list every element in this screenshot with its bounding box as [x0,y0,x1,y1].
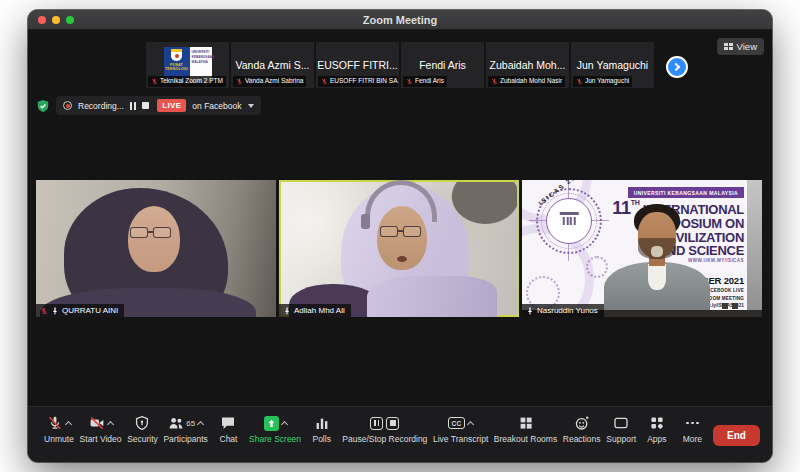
muted-mic-icon [491,78,498,85]
university-banner: UNIVERSITI KEBANGSAAN MALAYSIA [628,187,744,198]
poster-ring-decor [586,256,608,278]
headset-earcup-icon [361,214,370,229]
thumb-zubaidah-mohd-nasir[interactable]: Zubaidah Moh... Zubaidah Mohd Nasir [486,42,569,88]
qr-code-icon [722,303,728,309]
participant-name-label: Nasruddin Yunos [522,304,604,317]
polls-button[interactable]: Polls [307,415,337,444]
camera-off-icon [89,415,105,431]
glasses-left-lens [380,226,398,237]
hijab-drape-shape [367,276,497,317]
apps-grid-icon [649,415,665,431]
video-tile-qurratu-aini[interactable]: QURRATU AINI [36,180,276,317]
chat-bubble-icon [220,415,236,431]
reactions-button[interactable]: Reactions [563,415,601,444]
qr-code-icon [732,303,738,309]
thumb-name-label: EUSOFF FITRI BIN SA... [318,76,398,87]
building-icon [563,217,576,225]
muted-mic-icon [40,307,48,315]
video-feed [36,180,276,317]
recording-indicator-icon [63,101,72,110]
thumb-name-label: Teknikal Zoom 2 PTM [148,76,226,87]
stop-recording-icon[interactable] [386,417,399,430]
more-button[interactable]: More [677,415,707,444]
apps-button[interactable]: Apps [642,415,672,444]
traffic-lights [38,16,74,24]
view-button-label: View [737,41,757,52]
transcript-caret-icon[interactable] [467,420,474,427]
glasses-right-lens [403,226,421,237]
fullscreen-window-button[interactable] [66,16,74,24]
presenter-shirt-shape [648,264,666,290]
video-tile-nasruddin-yunos[interactable]: ISICAS 2021 UNIVERSITI KEBANGSAAN MALAYS… [522,180,762,317]
thumb-name-label: Jun Yamaguchi [573,76,632,87]
recording-bar: Recording... LIVE on Facebook [36,96,261,115]
share-options-caret-icon[interactable] [281,420,288,427]
symposium-title: 11TH INTERNATIONAL SYMPOSIUM ON M, CIVIL… [612,199,744,264]
pin-icon [526,307,534,315]
mic-off-icon [47,415,63,431]
start-video-button[interactable]: Start Video [80,415,122,444]
mouth-shape [397,256,407,262]
participant-filmstrip: PUSATTEKNOLOGI UNIVERSITI KEBANGSAAN MAL… [146,42,688,88]
support-screen-icon [613,415,629,431]
gallery-view-icon [724,43,733,50]
meeting-toolbar: Unmute Start Video Security 65 Participa… [28,406,772,462]
video-options-caret-icon[interactable] [107,420,114,427]
thumb-vanda-azmi[interactable]: Vanda Azmi S... Vanda Azmi Sabrina [231,42,314,88]
isicas-logo: ISICAS 2021 [536,188,602,254]
participant-name-label: Adliah Mhd Ali [279,304,351,317]
live-target-label: on Facebook [192,101,241,111]
pause-recording-button[interactable] [130,102,136,110]
muted-mic-icon [406,78,413,85]
closed-captions-icon: CC [448,417,465,430]
unmute-button[interactable]: Unmute [44,415,74,444]
share-screen-icon [264,416,279,431]
video-tile-adliah-mhd-ali[interactable]: Adliah Mhd Ali [279,180,519,317]
view-button[interactable]: View [717,38,764,55]
audio-options-caret-icon[interactable] [65,420,72,427]
thumb-eusoff-fitri[interactable]: EUSOFF FITRI... EUSOFF FITRI BIN SA... [316,42,399,88]
security-button[interactable]: Security [127,415,158,444]
zoom-meeting-window: Zoom Meeting View PUSATTEKNOLOGI UNIVERS… [28,10,772,462]
video-feed: ISICAS 2021 UNIVERSITI KEBANGSAAN MALAYS… [522,180,762,317]
polls-bar-chart-icon [314,415,330,431]
breakout-rooms-button[interactable]: Breakout Rooms [494,415,557,444]
minimize-window-button[interactable] [52,16,60,24]
thumb-teknikal-zoom-2-ptm[interactable]: PUSATTEKNOLOGI UNIVERSITI KEBANGSAAN MAL… [146,42,229,88]
muted-mic-icon [236,78,243,85]
end-meeting-button[interactable]: End [713,425,760,446]
muted-mic-icon [151,78,158,85]
participant-name-label: QURRATU AINI [36,304,124,317]
live-options-caret-icon[interactable] [248,104,254,108]
thumb-fendi-aris[interactable]: Fendi Aris Fendi Aris [401,42,484,88]
more-dots-icon [686,415,699,431]
video-feed [279,180,519,317]
stop-recording-button[interactable] [142,102,150,110]
participants-icon [168,415,184,431]
glasses-right-lens [153,227,171,238]
smiley-reactions-icon [574,415,590,431]
thumb-name-label: Fendi Aris [403,76,447,87]
participants-button[interactable]: 65 Participants [163,415,207,444]
recording-pill: Recording... LIVE on Facebook [56,96,261,115]
live-transcript-button[interactable]: CC Live Transcript [433,415,488,444]
live-badge: LIVE [157,99,186,112]
support-button[interactable]: Support [606,415,636,444]
thumb-name-label: Vanda Azmi Sabrina [233,76,306,87]
participants-caret-icon[interactable] [197,420,204,427]
thumb-name-label: Zubaidah Mohd Nasir [488,76,565,87]
video-stage: QURRATU AINI Adliah Mhd Ali [36,180,762,317]
pin-icon [283,307,291,315]
next-participants-page-button[interactable] [666,56,688,78]
presenter-goatee-shape [651,246,663,257]
window-title: Zoom Meeting [363,14,438,26]
chat-button[interactable]: Chat [213,415,243,444]
face-shape [128,206,180,272]
encryption-shield-icon [36,99,50,113]
close-window-button[interactable] [38,16,46,24]
share-screen-button[interactable]: Share Screen [249,415,301,444]
thumb-jun-yamaguchi[interactable]: Jun Yamaguchi Jun Yamaguchi [571,42,654,88]
pause-recording-icon[interactable] [370,417,383,430]
pin-icon [51,307,59,315]
pause-stop-recording-button[interactable]: Pause/Stop Recording [342,415,427,444]
